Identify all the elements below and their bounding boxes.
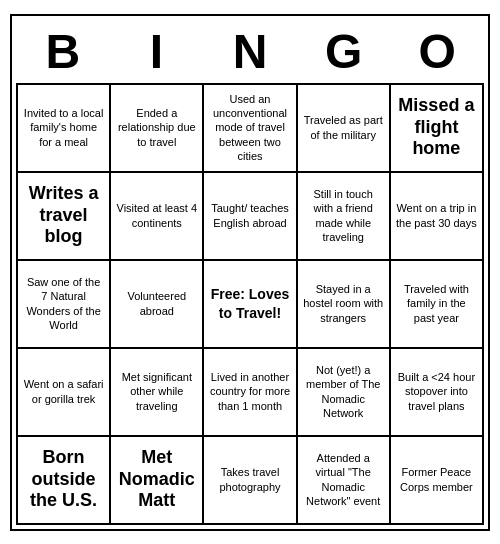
bingo-cell-24[interactable]: Former Peace Corps member [391, 437, 484, 525]
bingo-cell-15[interactable]: Went on a safari or gorilla trek [18, 349, 111, 437]
bingo-cell-21[interactable]: Met Nomadic Matt [111, 437, 204, 525]
bingo-cell-14[interactable]: Traveled with family in the past year [391, 261, 484, 349]
bingo-cell-12[interactable]: Free: Loves to Travel! [204, 261, 297, 349]
bingo-cell-13[interactable]: Stayed in a hostel room with strangers [298, 261, 391, 349]
bingo-letter-I: I [112, 24, 200, 79]
bingo-cell-11[interactable]: Volunteered abroad [111, 261, 204, 349]
bingo-cell-10[interactable]: Saw one of the 7 Natural Wonders of the … [18, 261, 111, 349]
bingo-letter-O: O [393, 24, 481, 79]
bingo-cell-23[interactable]: Attended a virtual "The Nomadic Network"… [298, 437, 391, 525]
bingo-cell-5[interactable]: Writes a travel blog [18, 173, 111, 261]
bingo-card: BINGO Invited to a local family's home f… [10, 14, 490, 531]
bingo-cell-22[interactable]: Takes travel photography [204, 437, 297, 525]
bingo-cell-3[interactable]: Traveled as part of the military [298, 85, 391, 173]
bingo-cell-17[interactable]: Lived in another country for more than 1… [204, 349, 297, 437]
bingo-cell-16[interactable]: Met significant other while traveling [111, 349, 204, 437]
bingo-cell-2[interactable]: Used an unconventional mode of travel be… [204, 85, 297, 173]
bingo-grid: Invited to a local family's home for a m… [16, 83, 484, 525]
bingo-cell-9[interactable]: Went on a trip in the past 30 days [391, 173, 484, 261]
bingo-cell-18[interactable]: Not (yet!) a member of The Nomadic Netwo… [298, 349, 391, 437]
bingo-letter-G: G [300, 24, 388, 79]
bingo-header: BINGO [16, 20, 484, 83]
bingo-cell-6[interactable]: Visited at least 4 continents [111, 173, 204, 261]
bingo-letter-N: N [206, 24, 294, 79]
bingo-cell-8[interactable]: Still in touch with a friend made while … [298, 173, 391, 261]
bingo-cell-19[interactable]: Built a <24 hour stopover into travel pl… [391, 349, 484, 437]
bingo-cell-1[interactable]: Ended a relationship due to travel [111, 85, 204, 173]
bingo-cell-4[interactable]: Missed a flight home [391, 85, 484, 173]
bingo-letter-B: B [19, 24, 107, 79]
bingo-cell-20[interactable]: Born outside the U.S. [18, 437, 111, 525]
bingo-cell-7[interactable]: Taught/ teaches English abroad [204, 173, 297, 261]
bingo-cell-0[interactable]: Invited to a local family's home for a m… [18, 85, 111, 173]
